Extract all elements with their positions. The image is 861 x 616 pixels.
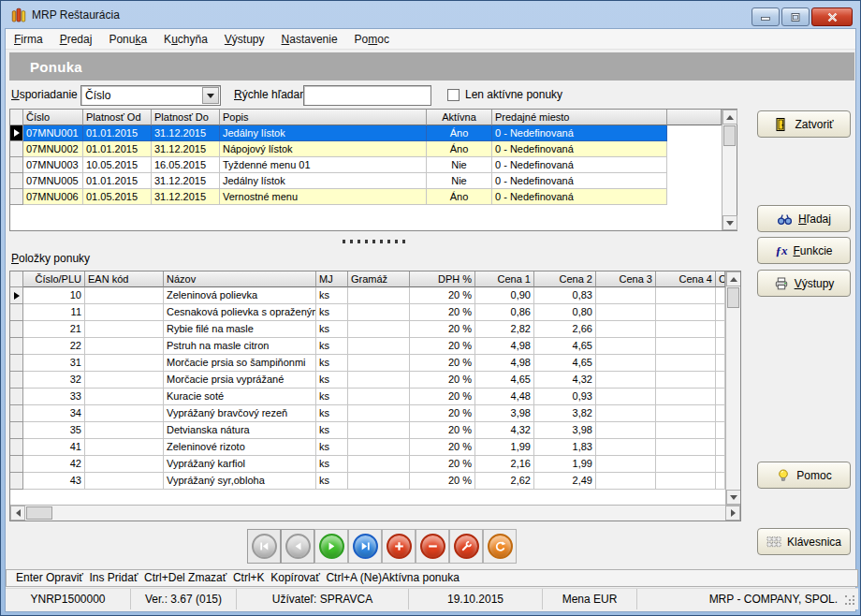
item-cell[interactable]: [656, 405, 716, 422]
item-row[interactable]: 31Morčacie prsia so šampiňonmiks20 %4,98…: [10, 355, 725, 372]
item-cell[interactable]: [656, 304, 716, 321]
offer-cell[interactable]: 0 - Nedefinovaná: [492, 157, 667, 173]
items-horizontal-scrollbar[interactable]: [10, 505, 740, 521]
item-cell[interactable]: 20 %: [410, 372, 475, 389]
item-cell[interactable]: [656, 321, 716, 338]
item-cell[interactable]: ks: [316, 389, 348, 405]
item-cell[interactable]: 20 %: [410, 321, 475, 338]
item-cell[interactable]: 2,49: [534, 473, 596, 490]
item-cell[interactable]: Pstruh na masle citron: [164, 338, 316, 355]
offer-cell[interactable]: 31.12.2015: [152, 173, 220, 189]
item-cell[interactable]: [656, 389, 716, 405]
offer-cell[interactable]: 0 - Nedefinovaná: [492, 141, 667, 157]
menu-nastavenie[interactable]: Nastavenie: [273, 30, 346, 49]
item-cell[interactable]: 11: [23, 304, 85, 321]
offer-cell[interactable]: Tyždenné menu 01: [220, 157, 427, 173]
scroll-down-button[interactable]: [726, 490, 740, 505]
scrollbar-thumb[interactable]: [727, 287, 739, 308]
item-cell[interactable]: 20 %: [410, 389, 475, 405]
item-cell[interactable]: 22: [23, 338, 85, 355]
item-cell[interactable]: 4,65: [534, 338, 596, 355]
item-cell[interactable]: 20 %: [410, 287, 475, 304]
item-cell[interactable]: Morčacie prsia vyprážané: [164, 372, 316, 389]
offer-cell[interactable]: 01.01.2015: [83, 125, 152, 141]
item-cell[interactable]: [85, 287, 164, 304]
item-cell[interactable]: Zeleninová polievka: [164, 287, 316, 304]
item-cell[interactable]: 0,83: [534, 287, 596, 304]
offer-cell[interactable]: 01.05.2015: [83, 189, 152, 205]
item-cell[interactable]: [596, 304, 656, 321]
item-cell[interactable]: [348, 456, 410, 473]
item-row[interactable]: 41Zeleninové rizotoks20 %1,991,83: [10, 439, 725, 456]
item-cell[interactable]: 4,65: [534, 355, 596, 372]
item-cell[interactable]: 10: [23, 287, 85, 304]
item-cell[interactable]: [596, 321, 656, 338]
item-cell[interactable]: [348, 422, 410, 439]
item-cell[interactable]: 41: [23, 439, 85, 456]
item-cell[interactable]: [85, 389, 164, 405]
item-cell[interactable]: 42: [23, 456, 85, 473]
scrollbar-thumb[interactable]: [723, 125, 736, 146]
item-cell[interactable]: Zeleninové rizoto: [164, 439, 316, 456]
item-row[interactable]: 42Vyprážaný karfiolks20 %2,161,99: [10, 456, 725, 473]
offer-cell[interactable]: 31.12.2015: [152, 125, 220, 141]
item-cell[interactable]: 0,80: [534, 304, 596, 321]
item-cell[interactable]: 20 %: [410, 422, 475, 439]
offer-cell[interactable]: Vernostné menu: [220, 189, 427, 205]
item-cell[interactable]: [656, 287, 716, 304]
item-cell[interactable]: [656, 372, 716, 389]
item-cell[interactable]: Cesnaková polievka s opraženým: [164, 304, 316, 321]
item-row[interactable]: 10Zeleninová polievkaks20 %0,900,83: [10, 287, 725, 304]
item-cell[interactable]: [348, 389, 410, 405]
item-cell[interactable]: ks: [316, 473, 348, 490]
offer-cell[interactable]: Áno: [427, 125, 492, 141]
offer-cell[interactable]: Jedálny lístok: [220, 125, 427, 141]
offer-cell[interactable]: 07MNU003: [23, 157, 83, 173]
offer-cell[interactable]: 07MNU005: [23, 173, 83, 189]
item-cell[interactable]: 3,82: [534, 405, 596, 422]
item-cell[interactable]: ks: [316, 287, 348, 304]
edit-record-button[interactable]: [449, 529, 483, 564]
item-cell[interactable]: ks: [316, 372, 348, 389]
item-cell[interactable]: 0,93: [534, 389, 596, 405]
item-cell[interactable]: [85, 321, 164, 338]
item-cell[interactable]: Detvianska nátura: [164, 422, 316, 439]
splitter-handle[interactable]: [343, 240, 408, 243]
item-cell[interactable]: 2,82: [475, 321, 534, 338]
item-row[interactable]: 22Pstruh na masle citronks20 %4,984,65: [10, 338, 725, 355]
item-row[interactable]: 34Vyprážaný bravčový rezeňks20 %3,983,82: [10, 405, 725, 422]
item-cell[interactable]: 4,65: [475, 372, 534, 389]
item-cell[interactable]: 20 %: [410, 405, 475, 422]
item-cell[interactable]: 20 %: [410, 456, 475, 473]
item-row[interactable]: 11Cesnaková polievka s opraženýmks20 %0,…: [10, 304, 725, 321]
item-cell[interactable]: [348, 287, 410, 304]
help-button[interactable]: Pomoc: [757, 462, 851, 489]
offer-row[interactable]: 07MNU00101.01.201531.12.2015Jedálny líst…: [10, 125, 722, 141]
item-row[interactable]: 35Detvianska náturaks20 %4,323,98: [10, 422, 725, 439]
item-cell[interactable]: 0,90: [475, 287, 534, 304]
item-cell[interactable]: 4,48: [475, 389, 534, 405]
offer-cell[interactable]: Nie: [427, 173, 492, 189]
item-cell[interactable]: 20 %: [410, 473, 475, 490]
item-cell[interactable]: Vyprážaný karfiol: [164, 456, 316, 473]
item-cell[interactable]: [656, 439, 716, 456]
offer-cell[interactable]: 31.12.2015: [152, 141, 220, 157]
item-cell[interactable]: 20 %: [410, 355, 475, 372]
offer-cell[interactable]: 31.12.2015: [152, 189, 220, 205]
item-cell[interactable]: 1,99: [534, 456, 596, 473]
offer-cell[interactable]: 16.05.2015: [152, 157, 220, 173]
offer-cell[interactable]: Áno: [427, 141, 492, 157]
item-cell[interactable]: [85, 439, 164, 456]
item-cell[interactable]: [596, 287, 656, 304]
offer-cell[interactable]: 0 - Nedefinovaná: [492, 189, 667, 205]
scroll-up-button[interactable]: [726, 271, 740, 286]
item-cell[interactable]: 1,99: [475, 439, 534, 456]
item-cell[interactable]: 33: [23, 389, 85, 405]
item-cell[interactable]: [656, 456, 716, 473]
close-form-button[interactable]: Zatvoriť: [757, 110, 851, 138]
item-cell[interactable]: Kuracie soté: [164, 389, 316, 405]
offer-cell[interactable]: Nie: [427, 157, 492, 173]
item-cell[interactable]: [656, 338, 716, 355]
scrollbar-thumb[interactable]: [26, 506, 52, 520]
last-record-button[interactable]: [348, 529, 382, 564]
